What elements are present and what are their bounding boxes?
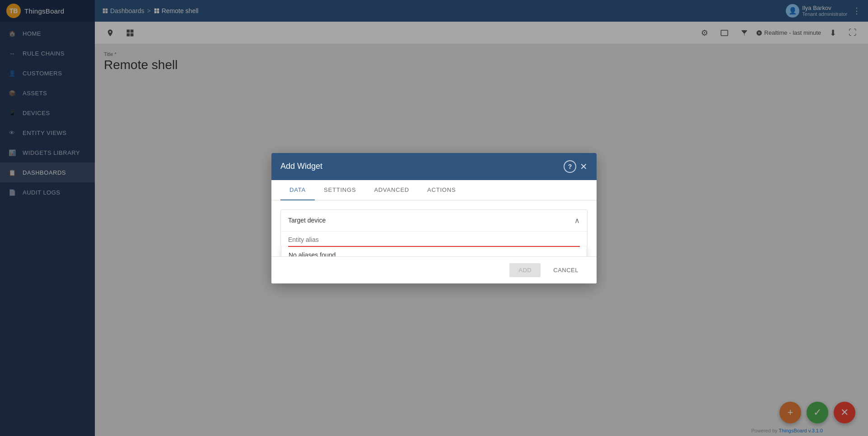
dialog-title: Add Widget [280,162,322,171]
cancel-button[interactable]: CANCEL [544,263,588,277]
tab-actions[interactable]: ACTIONS [418,180,465,200]
help-button[interactable]: ? [564,160,576,173]
chevron-up-icon: ∧ [574,216,580,225]
tab-settings[interactable]: SETTINGS [315,180,365,200]
dialog-header: Add Widget ? ✕ [271,153,597,180]
overlay: Add Widget ? ✕ DATASETTINGSADVANCEDACTIO… [0,0,868,436]
target-device-section: Target device ∧ No aliases found. Create… [280,209,588,247]
dialog-tabs: DATASETTINGSADVANCEDACTIONS [271,180,597,200]
entity-alias-input[interactable] [288,232,580,247]
target-device-header[interactable]: Target device ∧ [281,210,587,231]
entity-alias-field: No aliases found. Create a new one! [281,231,587,247]
no-aliases-text: No aliases found. [281,247,587,256]
dialog-body: Target device ∧ No aliases found. Create… [271,200,597,256]
close-button[interactable]: ✕ [580,162,588,171]
target-device-label: Target device [288,217,326,224]
alias-dropdown: No aliases found. Create a new one! [281,247,587,256]
add-button[interactable]: ADD [509,263,541,277]
tab-data[interactable]: DATA [280,180,315,200]
add-widget-dialog: Add Widget ? ✕ DATASETTINGSADVANCEDACTIO… [271,153,597,283]
dialog-header-actions: ? ✕ [564,160,588,173]
dialog-footer: ADD CANCEL [271,256,597,283]
tab-advanced[interactable]: ADVANCED [365,180,418,200]
